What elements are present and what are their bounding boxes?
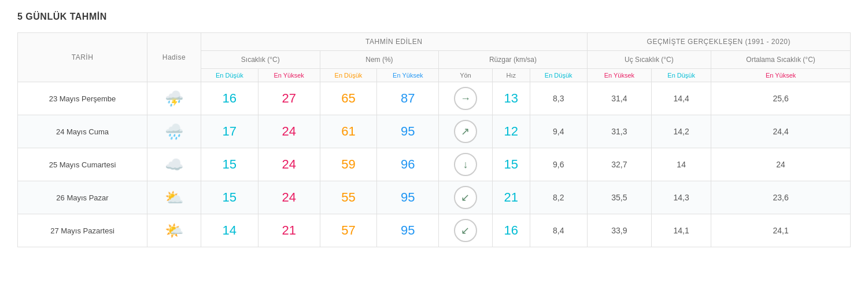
ort-yuksek-cell: 23,6 [711, 181, 851, 214]
nem-dusuk-cell: 59 [320, 148, 377, 181]
sicaklik-yuksek-cell: 24 [258, 148, 320, 181]
sicaklik-dusuk-cell: 15 [201, 181, 258, 214]
sicaklik-yuksek-cell: 24 [258, 181, 320, 214]
sicaklik-yuksek-cell: 21 [258, 214, 320, 247]
tarih-header: TARİH [18, 33, 147, 82]
sicaklik-dusuk-cell: 15 [201, 148, 258, 181]
ort-yuksek-cell: 24 [711, 148, 851, 181]
uc-dusuk-header: En Düşük [530, 69, 587, 82]
yon-header: Yön [439, 69, 492, 82]
yon-cell: ↙ [439, 181, 492, 214]
hiz-cell: 12 [492, 115, 530, 148]
nem-dusuk-cell: 65 [320, 82, 377, 115]
weather-icon: ⛅ [165, 189, 183, 206]
ort-yuksek-header: En Yüksek [711, 69, 851, 82]
uc-dusuk-cell: 8,4 [530, 214, 587, 247]
wind-arrow-icon: → [454, 87, 477, 110]
hadise-cell: 🌤️ [147, 214, 201, 247]
ort-dusuk-cell: 14,4 [652, 82, 711, 115]
forecast-table: TARİH Hadise TAHMİN EDİLEN GEÇMİŞTE GERÇ… [17, 32, 851, 247]
sicaklik-dusuk-cell: 14 [201, 214, 258, 247]
sicaklik-dusuk-cell: 16 [201, 82, 258, 115]
ort-sicaklik-header: Ortalama Sıcaklık (°C) [711, 51, 851, 69]
yon-cell: → [439, 82, 492, 115]
hadise-cell: 🌧️ [147, 115, 201, 148]
sicaklik-yuksek-header: En Yüksek [258, 69, 320, 82]
date-cell: 25 Mayıs Cumartesi [18, 148, 147, 181]
sicaklik-header: Sıcaklık (°C) [201, 51, 320, 69]
table-row: 23 Mayıs Perşembe⛈️16276587→138,331,414,… [18, 82, 851, 115]
uc-yuksek-cell: 32,7 [587, 148, 652, 181]
uc-yuksek-cell: 35,5 [587, 181, 652, 214]
ort-yuksek-cell: 25,6 [711, 82, 851, 115]
weather-icon: 🌧️ [165, 123, 183, 140]
hiz-cell: 13 [492, 82, 530, 115]
wind-arrow-icon: ↙ [454, 219, 477, 242]
date-cell: 23 Mayıs Perşembe [18, 82, 147, 115]
uc-dusuk-cell: 8,3 [530, 82, 587, 115]
wind-arrow-icon: ↗ [454, 120, 477, 143]
ort-dusuk-cell: 14,2 [652, 115, 711, 148]
nem-yuksek-cell: 87 [377, 82, 439, 115]
nem-yuksek-cell: 95 [377, 181, 439, 214]
uc-dusuk-cell: 9,4 [530, 115, 587, 148]
ort-dusuk-cell: 14 [652, 148, 711, 181]
hiz-header: Hız [492, 69, 530, 82]
hiz-cell: 16 [492, 214, 530, 247]
uc-sicaklik-header: Uç Sıcaklık (°C) [587, 51, 711, 69]
wind-arrow-icon: ↓ [454, 153, 477, 176]
ruzgar-header: Rüzgar (km/sa) [439, 51, 587, 69]
date-cell: 24 Mayıs Cuma [18, 115, 147, 148]
weather-icon: 🌤️ [165, 222, 183, 239]
sicaklik-yuksek-cell: 24 [258, 115, 320, 148]
weather-icon: ☁️ [165, 156, 183, 173]
ort-dusuk-header: En Düşük [652, 69, 711, 82]
gecmis-header: GEÇMİŞTE GERÇEKLEŞEN (1991 - 2020) [587, 33, 850, 51]
page-title: 5 GÜNLÜK TAHMİN [17, 12, 851, 22]
uc-dusuk-cell: 9,6 [530, 148, 587, 181]
nem-yuksek-cell: 95 [377, 214, 439, 247]
nem-yuksek-cell: 95 [377, 115, 439, 148]
nem-yuksek-cell: 96 [377, 148, 439, 181]
uc-yuksek-cell: 31,4 [587, 82, 652, 115]
table-row: 24 Mayıs Cuma🌧️17246195↗129,431,314,224,… [18, 115, 851, 148]
hadise-cell: ⛈️ [147, 82, 201, 115]
wind-arrow-icon: ↙ [454, 186, 477, 209]
uc-dusuk-cell: 8,2 [530, 181, 587, 214]
tahmin-header: TAHMİN EDİLEN [201, 33, 587, 51]
hadise-header: Hadise [147, 33, 201, 82]
nem-dusuk-cell: 57 [320, 214, 377, 247]
date-cell: 27 Mayıs Pazartesi [18, 214, 147, 247]
ort-yuksek-cell: 24,4 [711, 115, 851, 148]
uc-yuksek-cell: 31,3 [587, 115, 652, 148]
date-cell: 26 Mayıs Pazar [18, 181, 147, 214]
table-row: 25 Mayıs Cumartesi☁️15245996↓159,632,714… [18, 148, 851, 181]
hiz-cell: 21 [492, 181, 530, 214]
yon-cell: ↓ [439, 148, 492, 181]
hiz-cell: 15 [492, 148, 530, 181]
ort-yuksek-cell: 24,1 [711, 214, 851, 247]
uc-yuksek-header: En Yüksek [587, 69, 652, 82]
hadise-cell: ⛅ [147, 181, 201, 214]
nem-dusuk-header: En Düşük [320, 69, 377, 82]
nem-yuksek-header: En Yüksek [377, 69, 439, 82]
sicaklik-yuksek-cell: 27 [258, 82, 320, 115]
weather-icon: ⛈️ [165, 90, 183, 107]
ort-dusuk-cell: 14,3 [652, 181, 711, 214]
table-row: 26 Mayıs Pazar⛅15245595↙218,235,514,323,… [18, 181, 851, 214]
ort-dusuk-cell: 14,1 [652, 214, 711, 247]
yon-cell: ↙ [439, 214, 492, 247]
sicaklik-dusuk-cell: 17 [201, 115, 258, 148]
sicaklik-dusuk-header: En Düşük [201, 69, 258, 82]
uc-yuksek-cell: 33,9 [587, 214, 652, 247]
hadise-cell: ☁️ [147, 148, 201, 181]
nem-dusuk-cell: 55 [320, 181, 377, 214]
nem-dusuk-cell: 61 [320, 115, 377, 148]
nem-header: Nem (%) [320, 51, 439, 69]
table-row: 27 Mayıs Pazartesi🌤️14215795↙168,433,914… [18, 214, 851, 247]
yon-cell: ↗ [439, 115, 492, 148]
